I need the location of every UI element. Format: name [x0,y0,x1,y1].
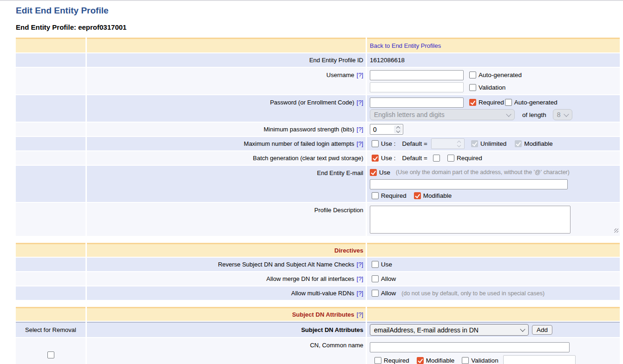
email-label: End Entity E-mail [317,169,363,176]
batch-default-label: Default = [402,155,427,162]
cn-label: CN, Common name [310,342,363,349]
add-attribute-button[interactable]: Add [532,325,552,335]
of-length-label: of length [522,111,546,118]
profile-description-row: Profile Description [16,203,620,236]
max-failed-modifiable-label: Modifiable [524,140,553,147]
min-password-strength-row: Minimum password strength (bits) [?] 0 [16,123,620,136]
password-autogenerated-label: Auto-generated [514,99,557,106]
username-validation-checkbox[interactable] [469,84,476,91]
allow-multivalue-rdns-checkbox[interactable] [372,290,379,297]
email-use-checkbox[interactable] [370,169,377,176]
password-row: Password (or Enrollment Code) [?] Requir… [16,95,620,122]
email-required-checkbox[interactable] [372,192,379,199]
email-domain-input[interactable] [370,179,568,189]
username-label: Username [327,72,354,78]
description-label: Profile Description [315,207,364,214]
batch-default-checkbox[interactable] [433,155,440,162]
chevron-down-icon [520,326,525,332]
username-autogenerated-checkbox[interactable] [469,72,476,78]
username-help-link[interactable]: [?] [357,72,363,78]
profile-name-heading: End Entity Profile: eeprof0317001 [16,23,623,31]
end-entity-email-row: End Entity E-mail Use (Use only the doma… [16,166,620,202]
max-failed-modifiable-checkbox [515,140,522,147]
cn-modifiable-checkbox[interactable] [417,357,424,364]
email-use-label: Use [379,169,390,176]
reverse-dn-checks-row: Reverse Subject DN and Subject Alt Name … [16,258,620,271]
profile-id-value: 1612086618 [370,57,620,64]
username-input[interactable] [370,70,464,80]
batch-required-label: Required [457,155,482,162]
cn-validation-input[interactable] [503,355,576,364]
max-failed-unlimited-checkbox [471,140,478,147]
cn-value-input[interactable] [370,342,570,352]
email-note: (Use only the domain part of the address… [396,169,570,176]
email-modifiable-checkbox[interactable] [414,192,421,199]
password-length-select[interactable]: 8 [553,109,572,120]
max-failed-label: Maximum number of failed login attempts [244,140,354,147]
reverse-dn-checks-label: Reverse Subject DN and Subject Alt Name … [218,261,354,268]
password-label: Password (or Enrollment Code) [270,99,354,106]
page-title: Edit End Entity Profile [16,6,623,16]
password-required-label: Required [479,99,504,106]
password-autogenerated-checkbox[interactable] [505,99,512,106]
password-input[interactable] [370,98,464,108]
allow-merge-dn-allow-label: Allow [381,275,396,282]
allow-multivalue-rdns-row: Allow multi-value RDNs [?] Allow (do not… [16,286,620,300]
chevron-down-icon [506,111,511,117]
max-failed-use-checkbox[interactable] [372,140,379,147]
max-failed-logins-row: Maximum number of failed login attempts … [16,137,620,150]
subject-dn-help-link[interactable]: [?] [357,311,363,318]
directives-header: Directives [334,247,363,254]
reverse-dn-use-checkbox[interactable] [372,261,379,268]
allow-merge-dn-checkbox[interactable] [372,275,379,282]
allow-merge-dn-label: Allow merge DN for all interfaces [266,275,354,282]
subject-dn-attributes-label: Subject DN Attributes [301,326,363,333]
min-strength-label: Minimum password strength (bits) [263,126,354,133]
email-required-label: Required [381,192,407,199]
username-autogenerated-label: Auto-generated [479,72,522,78]
allow-multivalue-rdns-help-link[interactable]: [?] [357,290,363,297]
cn-modifiable-label: Modifiable [426,357,455,364]
batch-generation-label: Batch generation (clear text pwd storage… [253,155,363,162]
spinner-buttons[interactable] [394,125,402,133]
min-strength-help-link[interactable]: [?] [357,126,363,133]
allow-multivalue-rdns-note: (do not use by default, only to be used … [401,290,544,297]
profile-id-row: End Entity Profile ID 1612086618 [16,53,620,67]
cn-required-checkbox[interactable] [374,357,381,364]
cn-attribute-row: CN, Common name Required Modifiable Vali… [16,338,620,364]
allow-merge-dn-row: Allow merge DN for all interfaces [?] Al… [16,272,620,286]
reverse-dn-checks-help-link[interactable]: [?] [357,261,363,268]
profile-id-label: End Entity Profile ID [309,57,363,64]
reverse-dn-use-label: Use [381,261,392,268]
profile-edit-table: Back to End Entity Profiles End Entity P… [16,38,620,364]
batch-use-checkbox[interactable] [372,155,379,162]
max-failed-use-label: Use : [381,140,396,147]
back-to-profiles-link[interactable]: Back to End Entity Profiles [370,42,620,49]
max-failed-help-link[interactable]: [?] [357,140,363,147]
allow-merge-dn-help-link[interactable]: [?] [357,275,363,282]
max-failed-unlimited-label: Unlimited [480,140,506,147]
cn-removal-checkbox[interactable] [47,351,54,358]
cn-required-label: Required [384,357,409,364]
batch-generation-row: Batch generation (clear text pwd storage… [16,151,620,165]
batch-required-checkbox[interactable] [447,155,454,162]
select-for-removal-label: Select for Removal [25,326,76,333]
spin-down-icon [457,143,461,147]
subject-dn-header-row: Subject DN Attributes [?] [16,307,620,321]
password-help-link[interactable]: [?] [357,99,363,106]
password-type-select[interactable]: English letters and digits [370,109,515,120]
username-validation-label: Validation [479,84,505,91]
subject-dn-header: Subject DN Attributes [292,311,354,318]
cn-validation-label: Validation [471,357,498,364]
chevron-down-icon [564,111,569,117]
email-modifiable-label: Modifiable [423,192,452,199]
description-textarea[interactable] [370,206,571,234]
cn-validation-checkbox[interactable] [462,357,469,364]
password-required-checkbox[interactable] [469,99,476,106]
subject-dn-attribute-select[interactable]: emailAddress, E-mail address in DN [370,324,529,336]
allow-multivalue-rdns-label: Allow multi-value RDNs [291,290,354,297]
subject-dn-add-row: Select for Removal Subject DN Attributes… [16,322,620,337]
top-divider [0,0,623,1]
username-regex-input[interactable] [370,82,464,92]
min-strength-spinner[interactable]: 0 [370,124,403,135]
